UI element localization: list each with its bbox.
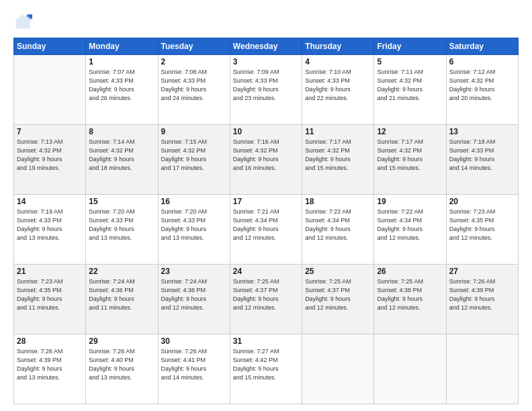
day-number: 14 (17, 197, 83, 206)
calendar-cell (374, 334, 446, 404)
day-number: 2 (161, 57, 227, 66)
day-info: Sunrise: 7:11 AM Sunset: 4:32 PM Dayligh… (377, 68, 443, 103)
day-number: 8 (89, 127, 154, 136)
calendar-week-row: 1Sunrise: 7:07 AM Sunset: 4:33 PM Daylig… (14, 55, 519, 125)
day-info: Sunrise: 7:07 AM Sunset: 4:33 PM Dayligh… (89, 68, 154, 103)
day-info: Sunrise: 7:25 AM Sunset: 4:37 PM Dayligh… (305, 277, 371, 312)
day-number: 30 (161, 336, 227, 346)
calendar-week-row: 7Sunrise: 7:13 AM Sunset: 4:32 PM Daylig… (14, 125, 519, 195)
day-info: Sunrise: 7:27 AM Sunset: 4:42 PM Dayligh… (233, 347, 299, 382)
header (13, 12, 519, 31)
calendar-cell: 26Sunrise: 7:25 AM Sunset: 4:38 PM Dayli… (374, 265, 446, 334)
day-number: 20 (449, 197, 515, 206)
day-info: Sunrise: 7:25 AM Sunset: 4:38 PM Dayligh… (377, 277, 443, 312)
day-number: 3 (233, 57, 299, 66)
calendar-header-tuesday: Tuesday (158, 38, 230, 55)
day-info: Sunrise: 7:26 AM Sunset: 4:41 PM Dayligh… (161, 347, 227, 382)
day-info: Sunrise: 7:16 AM Sunset: 4:32 PM Dayligh… (233, 138, 299, 173)
calendar-header-friday: Friday (374, 38, 446, 55)
day-info: Sunrise: 7:15 AM Sunset: 4:32 PM Dayligh… (161, 138, 227, 173)
day-info: Sunrise: 7:14 AM Sunset: 4:32 PM Dayligh… (89, 138, 154, 173)
day-info: Sunrise: 7:18 AM Sunset: 4:33 PM Dayligh… (449, 138, 515, 173)
day-number: 7 (17, 127, 83, 136)
day-info: Sunrise: 7:10 AM Sunset: 4:33 PM Dayligh… (305, 68, 371, 103)
day-info: Sunrise: 7:22 AM Sunset: 4:34 PM Dayligh… (305, 208, 371, 242)
calendar-cell: 22Sunrise: 7:24 AM Sunset: 4:36 PM Dayli… (86, 265, 158, 334)
day-number: 13 (449, 127, 515, 136)
day-info: Sunrise: 7:22 AM Sunset: 4:34 PM Dayligh… (377, 208, 443, 242)
calendar-cell: 24Sunrise: 7:25 AM Sunset: 4:37 PM Dayli… (230, 265, 302, 334)
calendar-cell: 30Sunrise: 7:26 AM Sunset: 4:41 PM Dayli… (158, 334, 230, 404)
calendar-cell: 29Sunrise: 7:26 AM Sunset: 4:40 PM Dayli… (86, 334, 158, 404)
calendar-header-thursday: Thursday (302, 38, 374, 55)
day-info: Sunrise: 7:20 AM Sunset: 4:33 PM Dayligh… (89, 208, 154, 242)
day-number: 17 (233, 197, 299, 206)
day-info: Sunrise: 7:13 AM Sunset: 4:32 PM Dayligh… (17, 138, 83, 173)
logo-icon (13, 12, 32, 31)
day-number: 23 (161, 267, 227, 276)
day-number: 10 (233, 127, 299, 136)
day-info: Sunrise: 7:26 AM Sunset: 4:39 PM Dayligh… (449, 277, 515, 312)
calendar-header-saturday: Saturday (446, 38, 518, 55)
calendar-cell: 20Sunrise: 7:23 AM Sunset: 4:35 PM Dayli… (446, 195, 518, 265)
calendar-cell: 11Sunrise: 7:17 AM Sunset: 4:32 PM Dayli… (302, 125, 374, 195)
day-number: 29 (89, 336, 154, 346)
day-number: 4 (305, 57, 371, 66)
day-number: 15 (89, 197, 154, 206)
calendar-header-wednesday: Wednesday (230, 38, 302, 55)
day-number: 1 (89, 57, 154, 66)
day-info: Sunrise: 7:24 AM Sunset: 4:36 PM Dayligh… (89, 277, 154, 312)
calendar-week-row: 21Sunrise: 7:23 AM Sunset: 4:35 PM Dayli… (14, 265, 519, 334)
day-info: Sunrise: 7:26 AM Sunset: 4:39 PM Dayligh… (17, 347, 83, 382)
day-info: Sunrise: 7:25 AM Sunset: 4:37 PM Dayligh… (233, 277, 299, 312)
page: SundayMondayTuesdayWednesdayThursdayFrid… (0, 0, 532, 411)
calendar-cell: 2Sunrise: 7:08 AM Sunset: 4:33 PM Daylig… (158, 55, 230, 125)
calendar-cell (302, 334, 374, 404)
calendar-cell: 23Sunrise: 7:24 AM Sunset: 4:36 PM Dayli… (158, 265, 230, 334)
calendar-cell: 27Sunrise: 7:26 AM Sunset: 4:39 PM Dayli… (446, 265, 518, 334)
day-info: Sunrise: 7:24 AM Sunset: 4:36 PM Dayligh… (161, 277, 227, 312)
day-info: Sunrise: 7:17 AM Sunset: 4:32 PM Dayligh… (305, 138, 371, 173)
day-number: 22 (89, 267, 154, 276)
day-number: 27 (449, 267, 515, 276)
calendar-cell: 15Sunrise: 7:20 AM Sunset: 4:33 PM Dayli… (86, 195, 158, 265)
calendar-header-monday: Monday (86, 38, 158, 55)
day-info: Sunrise: 7:21 AM Sunset: 4:34 PM Dayligh… (233, 208, 299, 242)
day-info: Sunrise: 7:19 AM Sunset: 4:33 PM Dayligh… (17, 208, 83, 242)
calendar-cell: 21Sunrise: 7:23 AM Sunset: 4:35 PM Dayli… (14, 265, 86, 334)
calendar-cell: 16Sunrise: 7:20 AM Sunset: 4:33 PM Dayli… (158, 195, 230, 265)
day-number: 5 (377, 57, 443, 66)
day-number: 16 (161, 197, 227, 206)
day-info: Sunrise: 7:26 AM Sunset: 4:40 PM Dayligh… (89, 347, 154, 382)
day-info: Sunrise: 7:08 AM Sunset: 4:33 PM Dayligh… (161, 68, 227, 103)
day-number: 12 (377, 127, 443, 136)
calendar-cell (14, 55, 86, 125)
day-number: 11 (305, 127, 371, 136)
calendar-cell: 13Sunrise: 7:18 AM Sunset: 4:33 PM Dayli… (446, 125, 518, 195)
calendar-cell: 31Sunrise: 7:27 AM Sunset: 4:42 PM Dayli… (230, 334, 302, 404)
calendar-cell: 19Sunrise: 7:22 AM Sunset: 4:34 PM Dayli… (374, 195, 446, 265)
calendar-cell: 6Sunrise: 7:12 AM Sunset: 4:32 PM Daylig… (446, 55, 518, 125)
calendar-cell: 28Sunrise: 7:26 AM Sunset: 4:39 PM Dayli… (14, 334, 86, 404)
calendar-header-row: SundayMondayTuesdayWednesdayThursdayFrid… (14, 38, 519, 55)
calendar-cell: 14Sunrise: 7:19 AM Sunset: 4:33 PM Dayli… (14, 195, 86, 265)
day-number: 21 (17, 267, 83, 276)
calendar-header-sunday: Sunday (14, 38, 86, 55)
calendar-cell (446, 334, 518, 404)
day-number: 25 (305, 267, 371, 276)
calendar-cell: 12Sunrise: 7:17 AM Sunset: 4:32 PM Dayli… (374, 125, 446, 195)
calendar-table: SundayMondayTuesdayWednesdayThursdayFrid… (13, 38, 519, 404)
day-number: 26 (377, 267, 443, 276)
day-number: 24 (233, 267, 299, 276)
calendar-cell: 1Sunrise: 7:07 AM Sunset: 4:33 PM Daylig… (86, 55, 158, 125)
calendar-cell: 7Sunrise: 7:13 AM Sunset: 4:32 PM Daylig… (14, 125, 86, 195)
calendar-cell: 9Sunrise: 7:15 AM Sunset: 4:32 PM Daylig… (158, 125, 230, 195)
day-info: Sunrise: 7:20 AM Sunset: 4:33 PM Dayligh… (161, 208, 227, 242)
day-info: Sunrise: 7:23 AM Sunset: 4:35 PM Dayligh… (17, 277, 83, 312)
day-number: 19 (377, 197, 443, 206)
day-info: Sunrise: 7:23 AM Sunset: 4:35 PM Dayligh… (449, 208, 515, 242)
calendar-cell: 3Sunrise: 7:09 AM Sunset: 4:33 PM Daylig… (230, 55, 302, 125)
day-number: 31 (233, 336, 299, 346)
day-number: 6 (449, 57, 515, 66)
calendar-week-row: 14Sunrise: 7:19 AM Sunset: 4:33 PM Dayli… (14, 195, 519, 265)
